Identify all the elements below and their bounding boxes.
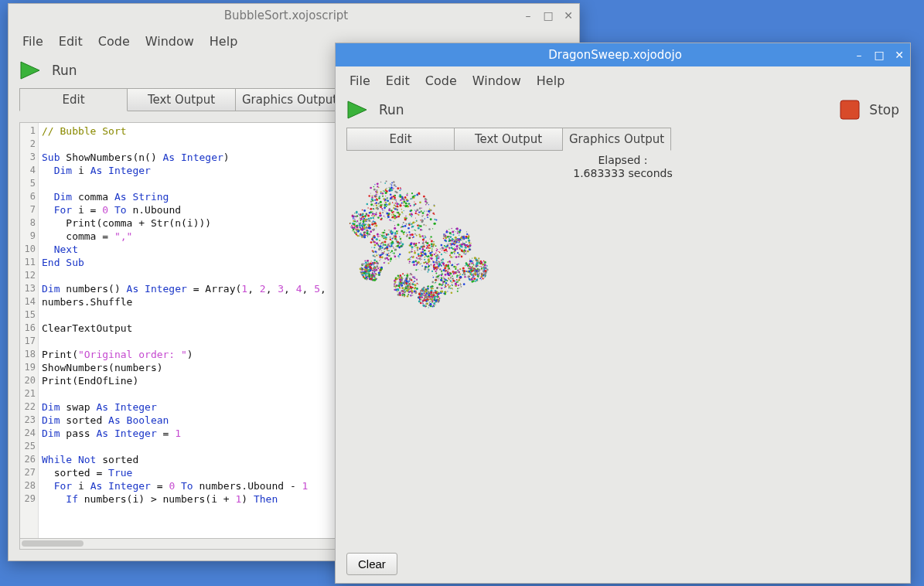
svg-point-954: [438, 251, 439, 252]
menu-help[interactable]: Help: [203, 32, 244, 51]
svg-point-378: [358, 229, 359, 230]
stop-icon[interactable]: [840, 100, 860, 120]
svg-point-1997: [401, 284, 403, 287]
svg-point-639: [390, 233, 392, 234]
tab-text-output[interactable]: Text Output: [455, 128, 563, 151]
svg-point-980: [424, 244, 424, 245]
tab-graphics-output[interactable]: Graphics Output: [563, 128, 671, 151]
clear-button[interactable]: Clear: [346, 553, 397, 575]
window-dragonsweep[interactable]: DragonSweep.xojodojo – □ ✕ FileEditCodeW…: [335, 43, 911, 584]
maximize-icon[interactable]: □: [873, 49, 885, 61]
svg-point-298: [354, 218, 355, 219]
svg-point-1384: [447, 271, 448, 271]
svg-point-369: [360, 232, 361, 233]
svg-point-1578: [466, 264, 468, 265]
svg-point-512: [398, 216, 400, 217]
run-icon[interactable]: [346, 100, 370, 120]
svg-point-956: [417, 247, 419, 249]
svg-point-1259: [445, 274, 447, 276]
menu-edit[interactable]: Edit: [380, 71, 416, 90]
toolbar: Run Stop: [336, 95, 910, 128]
svg-point-1571: [473, 273, 474, 274]
svg-point-46: [387, 216, 390, 218]
svg-point-490: [414, 203, 416, 205]
svg-point-1982: [412, 283, 414, 284]
titlebar[interactable]: BubbleSort.xojoscript – □ ✕: [9, 4, 579, 27]
menu-window[interactable]: Window: [139, 32, 200, 51]
svg-point-738: [391, 250, 394, 253]
svg-point-1866: [404, 296, 404, 297]
menu-file[interactable]: File: [343, 71, 377, 90]
svg-point-1548: [480, 262, 482, 264]
svg-point-1311: [458, 271, 459, 271]
svg-point-799: [383, 244, 384, 245]
stop-button[interactable]: Stop: [869, 102, 899, 118]
svg-point-1900: [413, 281, 414, 282]
run-button[interactable]: Run: [379, 102, 404, 118]
close-icon[interactable]: ✕: [893, 49, 905, 61]
close-icon[interactable]: ✕: [562, 9, 575, 22]
svg-point-195: [381, 204, 383, 206]
tab-graphics-output[interactable]: Graphics Output: [236, 88, 344, 111]
svg-point-939: [414, 244, 415, 244]
titlebar[interactable]: DragonSweep.xojodojo – □ ✕: [336, 43, 910, 66]
svg-point-1227: [439, 278, 440, 279]
svg-point-568: [428, 217, 429, 218]
menu-code[interactable]: Code: [92, 32, 136, 51]
svg-point-642: [381, 257, 384, 259]
svg-point-2146: [430, 294, 432, 296]
svg-point-570: [414, 233, 416, 235]
svg-point-1087: [458, 230, 459, 231]
svg-point-587: [406, 235, 408, 237]
svg-point-162: [371, 196, 373, 198]
svg-point-1947: [404, 284, 404, 284]
svg-point-718: [384, 262, 385, 264]
svg-point-1965: [404, 291, 406, 293]
svg-point-861: [417, 249, 418, 250]
svg-point-17: [373, 203, 373, 204]
tab-text-output[interactable]: Text Output: [128, 88, 236, 111]
menu-edit[interactable]: Edit: [53, 32, 89, 51]
svg-point-370: [364, 219, 365, 220]
svg-point-29: [384, 182, 386, 184]
svg-point-1898: [414, 291, 417, 294]
svg-point-1659: [380, 272, 380, 273]
tab-edit[interactable]: Edit: [19, 88, 128, 111]
svg-point-1228: [444, 291, 445, 293]
menu-code[interactable]: Code: [419, 71, 463, 90]
svg-point-983: [427, 267, 428, 268]
menu-file[interactable]: File: [16, 32, 49, 51]
svg-point-373: [353, 223, 355, 225]
svg-point-244: [373, 219, 374, 220]
svg-point-1553: [470, 268, 472, 270]
run-button[interactable]: Run: [52, 63, 77, 78]
svg-point-285: [350, 227, 351, 227]
svg-point-516: [401, 203, 403, 204]
svg-point-542: [406, 199, 407, 200]
svg-point-993: [418, 261, 420, 264]
svg-point-1391: [459, 276, 462, 278]
svg-point-1788: [361, 272, 363, 274]
svg-point-1381: [437, 275, 439, 278]
svg-point-167: [377, 216, 377, 217]
svg-point-1354: [440, 274, 442, 276]
maximize-icon[interactable]: □: [542, 9, 554, 22]
svg-point-115: [379, 212, 381, 214]
minimize-icon[interactable]: –: [853, 49, 865, 61]
svg-point-814: [436, 250, 438, 251]
menu-window[interactable]: Window: [466, 71, 527, 90]
svg-point-1282: [449, 285, 451, 287]
svg-point-957: [422, 247, 424, 248]
svg-point-1527: [478, 277, 479, 278]
svg-point-935: [435, 245, 437, 247]
svg-point-941: [409, 261, 411, 262]
svg-point-240: [358, 222, 359, 223]
menu-help[interactable]: Help: [530, 71, 571, 90]
svg-point-1126: [456, 227, 459, 230]
svg-point-1702: [367, 260, 369, 261]
svg-point-1361: [458, 281, 459, 282]
tab-edit[interactable]: Edit: [346, 128, 455, 151]
run-icon[interactable]: [19, 60, 43, 80]
svg-point-345: [373, 216, 373, 216]
minimize-icon[interactable]: –: [522, 9, 534, 22]
